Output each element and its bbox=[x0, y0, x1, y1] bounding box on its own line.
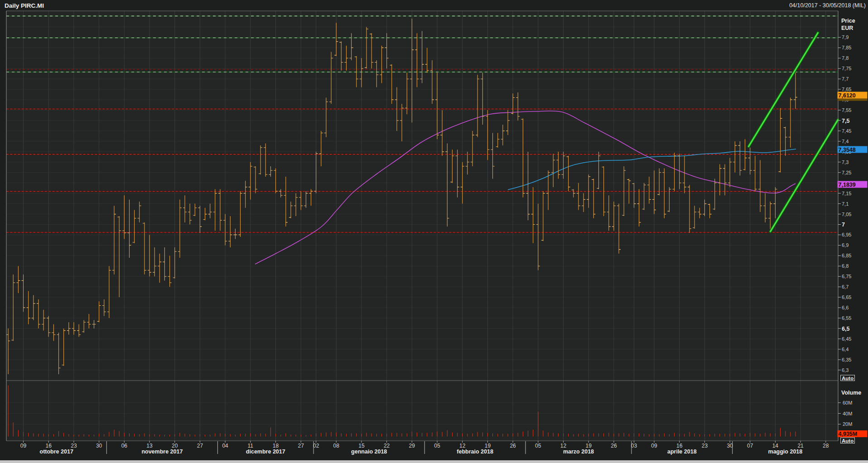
svg-text:6,75: 6,75 bbox=[842, 274, 851, 279]
svg-text:Volume: Volume bbox=[841, 390, 861, 396]
svg-text:09: 09 bbox=[651, 443, 657, 449]
svg-text:7,15: 7,15 bbox=[842, 191, 851, 196]
svg-text:7,6120: 7,6120 bbox=[839, 92, 856, 99]
svg-text:EUR: EUR bbox=[841, 25, 853, 31]
svg-text:13: 13 bbox=[146, 443, 153, 449]
svg-text:04: 04 bbox=[222, 443, 228, 449]
svg-text:aprile 2018: aprile 2018 bbox=[667, 449, 697, 455]
svg-text:19: 19 bbox=[586, 443, 592, 449]
svg-text:20M: 20M bbox=[843, 421, 852, 427]
svg-text:novembre 2017: novembre 2017 bbox=[141, 449, 183, 455]
svg-text:26: 26 bbox=[510, 443, 516, 449]
svg-text:6,65: 6,65 bbox=[842, 294, 851, 300]
svg-text:21: 21 bbox=[797, 443, 804, 449]
svg-text:6,35: 6,35 bbox=[842, 357, 851, 362]
svg-text:7,05: 7,05 bbox=[842, 212, 851, 217]
svg-text:16: 16 bbox=[676, 443, 683, 449]
svg-text:7,75: 7,75 bbox=[842, 66, 851, 71]
svg-text:ottobre 2017: ottobre 2017 bbox=[40, 449, 73, 455]
svg-text:6,7: 6,7 bbox=[842, 284, 849, 289]
svg-text:7,3548: 7,3548 bbox=[839, 147, 856, 153]
svg-text:7,1: 7,1 bbox=[842, 201, 849, 207]
svg-text:Price: Price bbox=[841, 18, 855, 24]
svg-text:29: 29 bbox=[409, 443, 415, 449]
svg-text:05: 05 bbox=[434, 443, 440, 449]
svg-text:08: 08 bbox=[333, 443, 340, 449]
svg-text:27: 27 bbox=[197, 443, 203, 449]
svg-text:marzo 2018: marzo 2018 bbox=[563, 449, 594, 455]
svg-text:Auto: Auto bbox=[842, 376, 854, 381]
svg-text:20: 20 bbox=[172, 443, 178, 449]
svg-text:12: 12 bbox=[560, 443, 567, 449]
svg-text:60M: 60M bbox=[843, 400, 852, 405]
svg-text:09: 09 bbox=[20, 443, 27, 449]
svg-text:7: 7 bbox=[842, 222, 845, 228]
svg-text:15: 15 bbox=[358, 443, 365, 449]
svg-text:6,8: 6,8 bbox=[842, 263, 849, 269]
svg-text:7,55: 7,55 bbox=[842, 107, 851, 113]
svg-text:Daily PIRC.MI: Daily PIRC.MI bbox=[5, 2, 44, 9]
svg-text:30: 30 bbox=[727, 443, 733, 449]
svg-text:02: 02 bbox=[313, 443, 319, 449]
svg-text:26: 26 bbox=[611, 443, 617, 449]
svg-text:07: 07 bbox=[747, 443, 753, 449]
svg-text:maggio 2018: maggio 2018 bbox=[768, 449, 803, 455]
svg-text:22: 22 bbox=[384, 443, 390, 449]
svg-text:12: 12 bbox=[459, 443, 466, 449]
svg-text:dicembre 2017: dicembre 2017 bbox=[246, 449, 285, 455]
svg-text:06: 06 bbox=[121, 443, 128, 449]
svg-text:6,45: 6,45 bbox=[842, 336, 851, 342]
svg-text:11: 11 bbox=[248, 443, 254, 449]
svg-text:6,4: 6,4 bbox=[842, 347, 849, 352]
svg-text:40M: 40M bbox=[843, 411, 852, 416]
svg-text:6,85: 6,85 bbox=[842, 253, 851, 258]
svg-text:6,95: 6,95 bbox=[842, 232, 851, 237]
svg-text:6,9: 6,9 bbox=[842, 242, 849, 248]
svg-text:18: 18 bbox=[273, 443, 279, 449]
svg-text:7,85: 7,85 bbox=[842, 45, 851, 50]
svg-text:27: 27 bbox=[298, 443, 304, 449]
svg-text:7,5: 7,5 bbox=[842, 118, 849, 124]
svg-text:7,4: 7,4 bbox=[842, 139, 849, 144]
svg-text:7,45: 7,45 bbox=[842, 128, 851, 134]
svg-text:28: 28 bbox=[823, 443, 829, 449]
svg-text:6,6: 6,6 bbox=[842, 305, 849, 310]
svg-text:05: 05 bbox=[535, 443, 541, 449]
svg-text:30: 30 bbox=[96, 443, 102, 449]
svg-text:4,935M: 4,935M bbox=[839, 431, 858, 437]
svg-text:6,3: 6,3 bbox=[842, 367, 849, 373]
svg-text:14: 14 bbox=[772, 443, 779, 449]
svg-text:gennaio 2018: gennaio 2018 bbox=[351, 449, 387, 455]
svg-text:6,55: 6,55 bbox=[842, 315, 851, 321]
svg-text:febbraio 2018: febbraio 2018 bbox=[457, 449, 493, 455]
svg-text:7,7: 7,7 bbox=[842, 76, 849, 82]
svg-text:7,25: 7,25 bbox=[842, 170, 851, 175]
svg-text:7,3: 7,3 bbox=[842, 159, 849, 165]
svg-text:7,9: 7,9 bbox=[842, 34, 849, 40]
svg-text:Auto: Auto bbox=[842, 438, 854, 444]
svg-text:16: 16 bbox=[46, 443, 52, 449]
svg-text:6,5: 6,5 bbox=[842, 326, 849, 332]
svg-text:23: 23 bbox=[71, 443, 77, 449]
svg-text:04/10/2017 - 30/05/2018 (MIL): 04/10/2017 - 30/05/2018 (MIL) bbox=[789, 2, 866, 9]
svg-text:03: 03 bbox=[631, 443, 637, 449]
svg-text:23: 23 bbox=[702, 443, 708, 449]
svg-text:19: 19 bbox=[485, 443, 491, 449]
svg-text:7,65: 7,65 bbox=[842, 87, 851, 92]
svg-text:7,8: 7,8 bbox=[842, 55, 849, 61]
svg-text:7,1839: 7,1839 bbox=[839, 182, 856, 188]
